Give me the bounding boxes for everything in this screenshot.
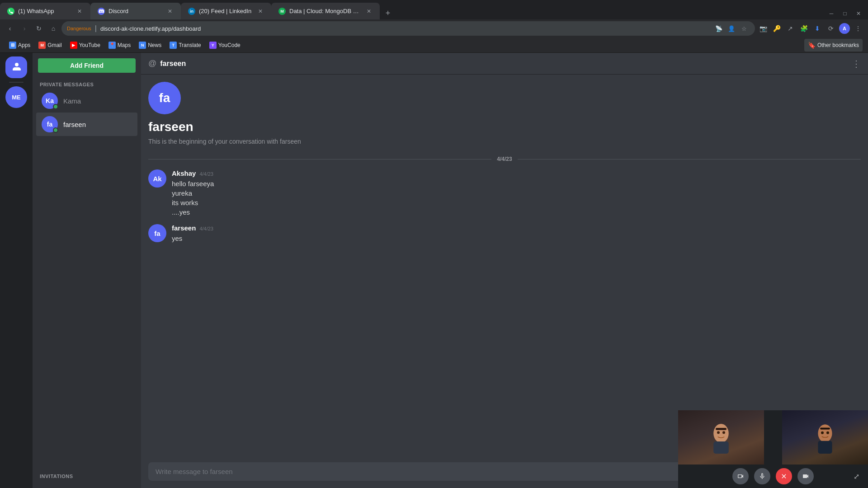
online-indicator-farseen: [53, 127, 58, 133]
bookmark-news-label: News: [148, 42, 161, 48]
bookmark-translate[interactable]: T Translate: [166, 39, 205, 51]
invitations-label: INVITATIONS: [33, 470, 141, 481]
forward-button[interactable]: ›: [18, 22, 31, 35]
more-options-icon[interactable]: ⋮: [852, 58, 861, 69]
video-button[interactable]: [797, 468, 814, 484]
message-author-farseen: farseen: [172, 224, 196, 232]
bookmark-apps[interactable]: ⊞ Apps: [5, 39, 34, 51]
dm-name-kama: Kama: [63, 97, 81, 105]
home-button[interactable]: ⌂: [47, 22, 60, 35]
dm-name-farseen: farseen: [63, 121, 86, 128]
password-icon[interactable]: 🔑: [770, 22, 783, 35]
close-window-button[interactable]: ✕: [853, 8, 864, 19]
bookmarks-bar: ⊞ Apps M Gmail ▶ YouTube 📍 Maps N News T…: [0, 38, 868, 53]
bookmark-maps[interactable]: 📍 Maps: [105, 39, 134, 51]
security-warning: Dangerous: [67, 26, 91, 31]
share-icon[interactable]: ↗: [784, 22, 797, 35]
microphone-button[interactable]: [754, 468, 770, 484]
other-bookmarks-button[interactable]: 🔖 Other bookmarks: [804, 39, 863, 52]
menu-icon[interactable]: ⋮: [852, 22, 864, 35]
tab-linkedin[interactable]: in (20) Feed | LinkedIn ✕: [181, 3, 271, 19]
tab-discord[interactable]: Discord ✕: [90, 3, 181, 19]
me-button[interactable]: ME: [5, 86, 27, 108]
bookmark-star-icon[interactable]: ☆: [739, 23, 750, 34]
camera-toggle-button[interactable]: [732, 468, 749, 484]
tab-whatsapp-label: (1) WhatsApp: [18, 8, 72, 14]
end-call-button[interactable]: [776, 468, 792, 484]
tab-mongodb-close[interactable]: ✕: [365, 8, 373, 15]
message-avatar-akshay: Ak: [148, 169, 166, 188]
message-text-line1: hello farseeya: [172, 179, 861, 188]
message-content-akshay: Akshay 4/4/23 hello farseeya yureka its …: [172, 169, 861, 217]
message-text-farseen: yes: [172, 234, 861, 243]
at-symbol: @: [148, 59, 156, 68]
tab-bar: (1) WhatsApp ✕ Discord ✕ in (20) Feed | …: [0, 0, 868, 19]
add-friend-button[interactable]: Add Friend: [38, 58, 136, 73]
conversation-start: fa farseen This is the beginning of your…: [148, 82, 861, 145]
cast-icon[interactable]: 📡: [713, 23, 724, 34]
bookmark-youcode[interactable]: Y YouCode: [206, 39, 244, 51]
recipient-display-name: farseen: [148, 120, 193, 134]
conversation-description: This is the beginning of your conversati…: [148, 138, 301, 145]
message-text-line3: its works: [172, 198, 861, 207]
tab-mongodb-label: Data | Cloud: MongoDB Cloud: [289, 8, 362, 14]
tab-whatsapp[interactable]: (1) WhatsApp ✕: [0, 3, 90, 19]
sidebar-divider: [9, 82, 24, 83]
new-tab-button[interactable]: +: [382, 7, 394, 19]
maximize-button[interactable]: □: [839, 8, 851, 19]
message-group-akshay: Ak Akshay 4/4/23 hello farseeya yureka i…: [148, 169, 861, 217]
svg-point-5: [818, 424, 832, 442]
nav-bar: ‹ › ↻ ⌂ Dangerous | discord-ak-clone.net…: [0, 19, 868, 38]
friends-button[interactable]: [5, 56, 27, 78]
message-time-farseen: 4/4/23: [199, 226, 213, 231]
video-cell-separator: [764, 410, 782, 465]
video-grid: [678, 410, 868, 465]
tab-mongodb[interactable]: M Data | Cloud: MongoDB Cloud ✕: [271, 3, 380, 19]
sync-icon[interactable]: ⟳: [825, 22, 837, 35]
bookmark-news[interactable]: N News: [135, 39, 165, 51]
bookmark-gmail[interactable]: M Gmail: [35, 39, 65, 51]
browser-chrome: (1) WhatsApp ✕ Discord ✕ in (20) Feed | …: [0, 0, 868, 53]
screen-capture-icon[interactable]: 📷: [757, 22, 769, 35]
address-separator: |: [95, 24, 97, 33]
call-controls: ⤢: [678, 465, 868, 488]
back-button[interactable]: ‹: [4, 22, 16, 35]
address-url: discord-ak-clone.netlify.app/dashboard: [100, 25, 201, 32]
minimize-button[interactable]: ─: [826, 8, 837, 19]
message-content-farseen: farseen 4/4/23 yes: [172, 224, 861, 243]
svg-point-7: [821, 432, 824, 434]
online-indicator-kama: [53, 104, 58, 109]
message-text-line2: yureka: [172, 188, 861, 198]
svg-rect-9: [820, 427, 830, 429]
bookmark-youtube-label: YouTube: [79, 42, 100, 48]
svg-rect-6: [818, 441, 832, 454]
dm-panel: Add Friend PRIVATE MESSAGES Ka Kama fa f…: [33, 53, 141, 488]
dm-item-kama[interactable]: Ka Kama: [36, 89, 137, 113]
profile-avatar[interactable]: A: [838, 22, 851, 35]
recipient-avatar: fa: [148, 82, 181, 114]
profile-icon[interactable]: 👤: [726, 23, 737, 34]
tab-discord-close[interactable]: ✕: [166, 8, 174, 15]
svg-point-0: [713, 424, 729, 443]
message-avatar-farseen: fa: [148, 224, 166, 242]
sidebar-icons: ME: [0, 53, 33, 488]
tab-whatsapp-close[interactable]: ✕: [76, 8, 83, 15]
refresh-button[interactable]: ↻: [33, 22, 45, 35]
download-icon[interactable]: ⬇: [811, 22, 824, 35]
date-divider: 4/4/23: [148, 156, 861, 162]
tab-linkedin-close[interactable]: ✕: [257, 8, 264, 15]
extensions-icon[interactable]: 🧩: [797, 22, 810, 35]
bookmark-youtube[interactable]: ▶ YouTube: [66, 39, 104, 51]
chat-recipient-name: farseen: [160, 60, 186, 68]
message-author-akshay: Akshay: [172, 169, 196, 177]
expand-call-button[interactable]: ⤢: [850, 470, 863, 483]
address-bar[interactable]: Dangerous | discord-ak-clone.netlify.app…: [61, 21, 755, 36]
svg-point-2: [717, 431, 720, 434]
video-cell-1: [678, 410, 764, 465]
chat-messages: fa farseen This is the beginning of your…: [141, 75, 868, 455]
dm-item-farseen[interactable]: fa farseen: [36, 113, 137, 136]
date-text: 4/4/23: [497, 156, 512, 162]
private-messages-label: PRIVATE MESSAGES: [33, 78, 141, 89]
svg-rect-1: [713, 441, 729, 454]
message-time-akshay: 4/4/23: [199, 171, 213, 177]
